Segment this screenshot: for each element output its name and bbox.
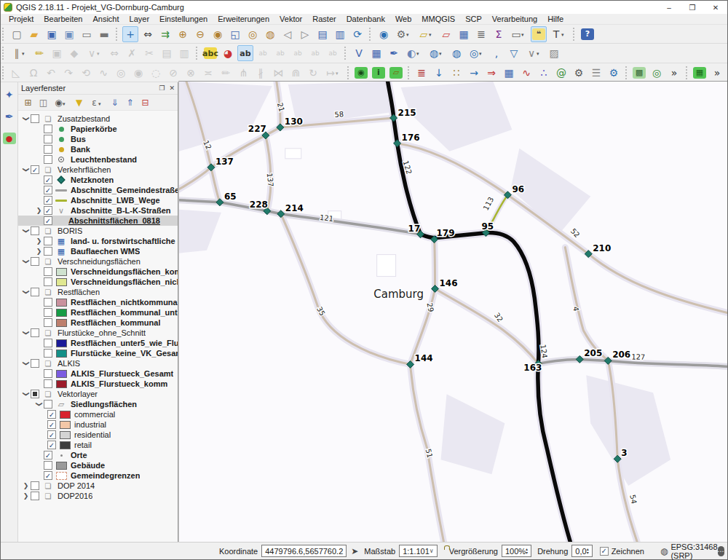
tree-group-zusatzbestand[interactable]: ❯❏Zusatzbestand [18,114,178,124]
tree-expander[interactable]: ❯ [21,482,31,489]
layer-tools-icon[interactable]: ▨ [546,45,562,61]
zoom-to-selection-icon[interactable]: ◎ [245,26,261,42]
rotation-spin-icons[interactable]: ▴▾ [587,548,589,555]
tree-expander[interactable]: ❯ [34,248,44,255]
tree-checkbox[interactable] [44,125,52,133]
menu-tool-icon[interactable]: ☰ [588,65,604,81]
show-bookmarks-icon[interactable]: ▥ [332,26,348,42]
toolbar-grip[interactable] [347,66,349,79]
add-ring-icon[interactable]: ◎ [113,65,129,81]
spiral-tool-icon[interactable]: @ [553,65,569,81]
zoom-out-icon[interactable]: ⊖ [192,26,208,42]
add-delimited-text-icon[interactable]: , [488,45,505,61]
tree-group-verschneidungsfl-chen[interactable]: ❯❏Verschneidungsflächen [18,256,178,267]
menu-bearbeiten[interactable]: Bearbeiten [39,14,87,25]
crs-status-icon[interactable]: ◍ [660,546,668,556]
run-feature-action-icon[interactable]: ⚙▾ [393,26,409,42]
toolbar-grip[interactable] [2,28,5,41]
zoom-last-icon[interactable]: ◁ [280,26,296,42]
current-edits-icon[interactable]: ∥▾ [9,45,25,61]
tree-layer-geb-ude[interactable]: Gebäude [18,460,178,470]
save-project-as-icon[interactable]: ▣ [61,26,77,42]
plugin-identify-icon[interactable]: i [371,65,387,81]
add-vector-layer-icon[interactable]: V [351,45,367,61]
add-postgis-layer-icon[interactable]: ◐▾ [403,45,419,61]
random-tool-icon[interactable]: ∷ [448,65,464,81]
tree-class-residential[interactable]: ✓residential [18,430,178,440]
map-canvas[interactable]: 2158121371211221135242932351241275154215… [178,81,727,542]
pan-to-selection-icon[interactable]: ⇉ [157,26,173,42]
tree-expander[interactable]: ❯ [23,390,30,399]
restore-button[interactable]: ❐ [681,1,704,14]
pan-map-icon[interactable]: ⇔ [140,26,156,42]
toolbar-grip[interactable] [196,47,199,60]
tree-expander[interactable]: ❯ [23,328,30,338]
tree-checkbox[interactable] [31,390,39,398]
toolbar-grip[interactable] [408,66,410,79]
tree-checkbox[interactable] [44,339,52,347]
plugin-puzzle-icon[interactable]: ▩ [631,65,647,81]
tree-checkbox[interactable] [44,247,52,256]
crs-status[interactable]: EPSG:31468 (SRP) [670,543,717,560]
tree-checkbox[interactable] [31,226,39,235]
messages-icon[interactable]: ⋯ [718,546,724,556]
processing-gear-icon[interactable]: ⚙ [606,65,622,81]
new-shapefile-layer-icon[interactable]: ∨▾ [523,45,539,61]
tree-checkbox[interactable] [31,114,39,123]
remove-layer-icon[interactable]: ⊟ [138,95,152,109]
tree-layer-leuchtenbestand[interactable]: Leuchtenbestand [18,154,178,165]
tree-checkbox[interactable] [44,237,52,245]
menu-datenbank[interactable]: Datenbank [341,14,390,25]
reshape-features-icon[interactable]: ✏ [218,65,234,81]
filter-legend-icon[interactable]: ▼ [72,95,86,109]
tree-layer-siedlungsfl-chen[interactable]: ❯▱Siedlungsflächen [18,399,178,409]
zoom-in-icon[interactable]: ⊕ [175,26,191,42]
redo-icon[interactable]: ↷ [60,65,76,81]
download-tool-icon[interactable]: ↓ [431,65,447,81]
new-project-icon[interactable]: ▢ [9,26,25,42]
statistics-icon[interactable]: Σ [491,26,507,42]
toolbar-overflow-icon[interactable]: » [666,65,682,81]
tree-group-boris[interactable]: ❯❏BORIS [18,226,178,236]
tree-checkbox[interactable] [44,145,52,154]
add-raster-layer-icon[interactable]: ▦ [368,45,384,61]
minimize-button[interactable]: – [657,1,681,14]
menu-scp[interactable]: SCP [460,14,487,25]
zoom-to-layer-icon[interactable]: ◍ [262,26,278,42]
zoom-native-icon[interactable]: ◉ [210,26,226,42]
tree-layer-restfl-chen-nichtkommunal[interactable]: Restflächen_nichtkommunal [18,297,178,307]
node-tool-icon[interactable]: ∨▾ [84,45,100,61]
rotate-label-icon[interactable]: ab [307,45,323,61]
refresh-map-icon[interactable]: ⟳ [349,26,365,42]
deselect-features-icon[interactable]: ▱ [438,26,454,42]
add-virtual-layer-icon[interactable]: ▽ [506,45,522,61]
pin-labels-icon[interactable]: ab [237,45,253,61]
tree-checkbox[interactable]: ✓ [47,441,56,449]
open-project-icon[interactable]: ▰ [26,26,42,42]
profile-plot-icon[interactable]: ∿ [518,65,534,81]
tree-layer-bank[interactable]: Bank [18,144,178,154]
menu-hilfe[interactable]: Hilfe [542,14,569,25]
tree-checkbox[interactable] [31,359,39,368]
add-part-icon[interactable]: ◌ [148,65,164,81]
paste-features-icon[interactable]: ▥ [176,45,192,61]
tree-class-commercial[interactable]: ✓commercial [18,409,178,419]
tree-layer-restfl-chen-kommunal-unter-[interactable]: Restflächen_kommunal_unter... [18,307,178,318]
manage-visibility-icon[interactable]: ◫ [36,95,50,109]
zoom-next-icon[interactable]: ▷ [297,26,313,42]
tree-checkbox[interactable] [44,267,52,276]
layer-labeling-icon[interactable]: abc [202,45,218,61]
merge-attributes-icon[interactable]: ⋒ [288,65,304,81]
tree-layer-restfl-chen-unter5-wie-flurs-[interactable]: Restflächen_unter5_wie_Flurs... [18,338,178,348]
tree-layer-gemeindegrenzen[interactable]: ✓Gemeindegrenzen [18,470,178,481]
tree-checkbox[interactable] [44,308,52,317]
panel-float-button[interactable]: ❐ [159,84,165,92]
tree-checkbox[interactable] [44,349,52,358]
tree-group-restfl-chen[interactable]: ❯❏Restflächen [18,287,178,297]
menu-projekt[interactable]: Projekt [4,14,39,25]
cut-features-icon[interactable]: ✂ [141,45,157,61]
tree-layer-land-u-forstwirtschaftliche-fla-[interactable]: ❯▦land- u. forstwirtschaftliche Fla... [18,236,178,246]
tree-checkbox[interactable] [44,461,52,470]
new-composer-icon[interactable]: ▭ [79,26,95,42]
tree-class-retail[interactable]: ✓retail [18,440,178,450]
